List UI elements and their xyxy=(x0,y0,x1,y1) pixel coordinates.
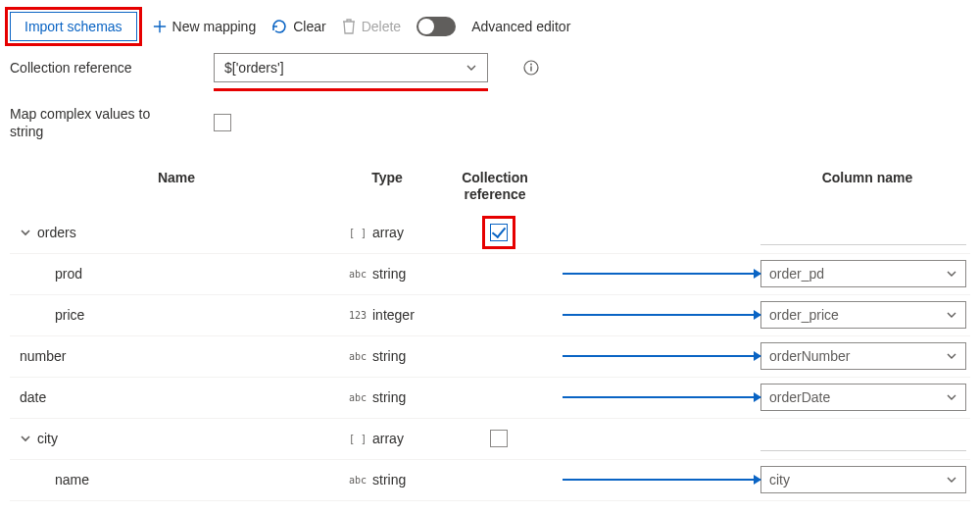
cell-column-name xyxy=(760,220,966,245)
cell-column-name: city xyxy=(760,466,966,493)
plus-icon xyxy=(153,20,167,33)
type-value: array xyxy=(372,225,404,240)
map-complex-row: Map complex values to string xyxy=(10,105,970,140)
import-schemas-button[interactable]: Import schemas xyxy=(10,12,137,41)
advanced-editor-label: Advanced editor xyxy=(471,19,570,34)
arrow-icon xyxy=(563,273,760,275)
arrow-icon xyxy=(563,479,760,481)
svg-rect-2 xyxy=(530,67,531,72)
header-type: Type xyxy=(343,170,431,203)
cell-column-name: order_price xyxy=(760,301,966,329)
chevron-down-icon[interactable] xyxy=(20,227,31,238)
svg-point-1 xyxy=(530,64,532,66)
delete-label: Delete xyxy=(362,19,401,34)
collection-reference-value: $['orders'] xyxy=(224,60,284,76)
type-tag: abc xyxy=(347,351,368,362)
type-tag: abc xyxy=(347,269,368,280)
column-name-select[interactable]: orderNumber xyxy=(760,342,966,370)
source-name: prod xyxy=(55,266,82,282)
clear-label: Clear xyxy=(293,19,325,34)
column-name-input[interactable] xyxy=(760,220,966,245)
collection-reference-label: Collection reference xyxy=(10,60,186,76)
cell-type: [ ]array xyxy=(347,431,435,446)
arrow-icon xyxy=(563,355,760,357)
type-tag: [ ] xyxy=(347,434,368,444)
cell-type: 123integer xyxy=(347,307,435,323)
cell-name: price xyxy=(14,307,347,323)
header-cref: Collection reference xyxy=(431,170,559,203)
table-row[interactable]: prodabcstringorder_pd xyxy=(10,254,970,295)
arrow-icon xyxy=(563,396,760,398)
chevron-down-icon xyxy=(946,391,957,403)
column-name-value: order_pd xyxy=(769,266,824,282)
chevron-down-icon xyxy=(946,309,957,321)
column-name-select[interactable]: orderDate xyxy=(760,384,966,411)
column-name-value: city xyxy=(769,472,790,487)
type-value: string xyxy=(372,389,406,405)
chevron-down-icon xyxy=(946,268,957,280)
refresh-icon xyxy=(271,19,287,34)
table-row[interactable]: city[ ]array xyxy=(10,419,970,460)
source-name: price xyxy=(55,307,84,323)
type-value: array xyxy=(372,431,404,446)
column-name-select[interactable]: order_price xyxy=(760,301,966,329)
cell-column-name: orderDate xyxy=(760,384,966,411)
chevron-down-icon[interactable] xyxy=(20,433,31,444)
column-name-select[interactable]: city xyxy=(760,466,966,493)
cell-type: abcstring xyxy=(347,266,435,282)
mapping-table: Name Type Collection reference Column na… xyxy=(10,164,970,501)
collection-reference-select[interactable]: $['orders'] xyxy=(214,53,488,82)
collection-reference-checkbox[interactable] xyxy=(490,430,508,447)
column-name-value: order_price xyxy=(769,307,839,323)
map-complex-checkbox[interactable] xyxy=(214,114,231,131)
chevron-down-icon xyxy=(466,62,477,74)
cell-column-name: orderNumber xyxy=(760,342,966,370)
source-name: name xyxy=(55,472,89,487)
collection-reference-checkbox[interactable] xyxy=(490,224,508,241)
table-row[interactable]: orders[ ]array xyxy=(10,213,970,254)
collection-reference-highlight xyxy=(214,88,488,91)
cell-arrow xyxy=(563,396,760,398)
cell-arrow xyxy=(563,479,760,481)
header-name: Name xyxy=(10,170,343,203)
table-row[interactable]: nameabcstringcity xyxy=(10,460,970,501)
new-mapping-label: New mapping xyxy=(172,19,257,34)
cell-collection-reference xyxy=(435,430,563,447)
column-name-input[interactable] xyxy=(760,426,966,451)
type-value: integer xyxy=(372,307,415,323)
info-icon[interactable] xyxy=(523,60,539,76)
type-tag: abc xyxy=(347,475,368,486)
type-tag: [ ] xyxy=(347,228,368,238)
cell-name: orders xyxy=(14,225,347,240)
header-dest: Column name xyxy=(764,170,970,203)
source-name: orders xyxy=(37,225,76,240)
type-tag: abc xyxy=(347,392,368,403)
source-name: city xyxy=(37,431,58,446)
type-value: string xyxy=(372,472,406,487)
toolbar: Import schemas New mapping Clear Delete … xyxy=(10,12,970,41)
table-row[interactable]: dateabcstringorderDate xyxy=(10,378,970,419)
source-name: date xyxy=(20,389,46,405)
advanced-editor-toggle[interactable] xyxy=(416,17,456,36)
table-header: Name Type Collection reference Column na… xyxy=(10,164,970,213)
column-name-value: orderNumber xyxy=(769,348,850,364)
table-row[interactable]: numberabcstringorderNumber xyxy=(10,336,970,378)
cell-column-name: order_pd xyxy=(760,260,966,287)
cell-name: date xyxy=(14,389,347,405)
cell-collection-reference xyxy=(435,224,563,241)
cell-name: city xyxy=(14,431,347,446)
source-name: number xyxy=(20,348,66,364)
arrow-icon xyxy=(563,314,760,316)
type-tag: 123 xyxy=(347,310,368,321)
cell-arrow xyxy=(563,314,760,316)
new-mapping-button[interactable]: New mapping xyxy=(153,19,257,34)
cell-type: [ ]array xyxy=(347,225,435,240)
cell-arrow xyxy=(563,355,760,357)
cell-type: abcstring xyxy=(347,348,435,364)
table-row[interactable]: price123integerorder_price xyxy=(10,295,970,336)
cell-name: number xyxy=(14,348,347,364)
cell-type: abcstring xyxy=(347,389,435,405)
map-complex-label: Map complex values to string xyxy=(10,105,186,140)
clear-button[interactable]: Clear xyxy=(271,19,325,34)
column-name-select[interactable]: order_pd xyxy=(760,260,966,287)
